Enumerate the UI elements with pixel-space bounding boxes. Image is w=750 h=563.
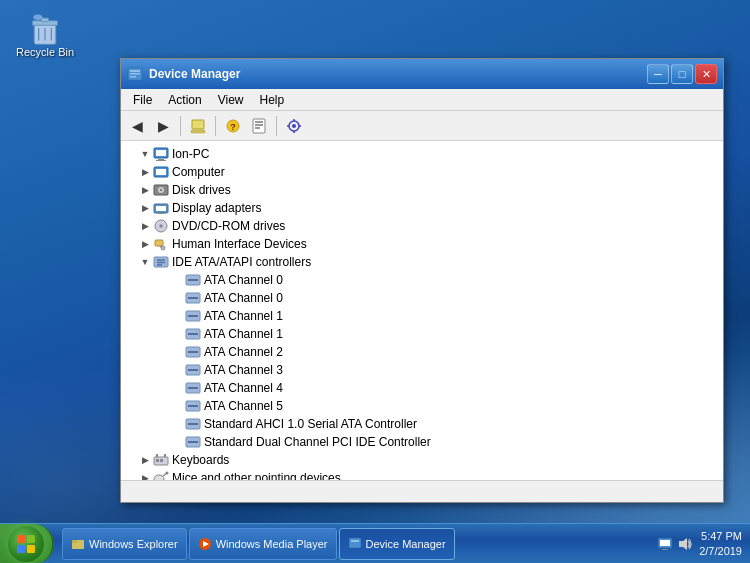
up-button[interactable] <box>186 114 210 138</box>
minimize-button[interactable]: ─ <box>647 64 669 84</box>
svg-rect-28 <box>156 160 166 161</box>
close-button[interactable]: ✕ <box>695 64 717 84</box>
tree-root-expander[interactable]: ▼ <box>137 146 153 162</box>
properties-button[interactable] <box>247 114 271 138</box>
taskbar-item-wmp-label: Windows Media Player <box>216 538 328 550</box>
list-item[interactable]: ▶ Computer <box>121 163 723 181</box>
list-item[interactable]: ATA Channel 2 <box>121 343 723 361</box>
menu-action[interactable]: Action <box>160 91 209 109</box>
svg-rect-15 <box>253 119 265 133</box>
recycle-bin-label: Recycle Bin <box>16 46 74 58</box>
toolbar: ◀ ▶ ? <box>121 111 723 141</box>
list-item[interactable]: Standard AHCI 1.0 Serial ATA Controller <box>121 415 723 433</box>
taskbar-item-explorer[interactable]: Windows Explorer <box>62 528 187 560</box>
svg-marker-94 <box>679 538 687 550</box>
menu-bar: File Action View Help <box>121 89 723 111</box>
tree-root[interactable]: ▼ Ion-PC <box>121 145 723 163</box>
scan-button[interactable] <box>282 114 306 138</box>
menu-file[interactable]: File <box>125 91 160 109</box>
svg-point-74 <box>166 472 169 475</box>
svg-rect-26 <box>156 150 166 156</box>
taskbar-item-devmgr[interactable]: Device Manager <box>339 528 455 560</box>
list-item[interactable]: ATA Channel 5 <box>121 397 723 415</box>
volume-icon[interactable] <box>677 536 693 552</box>
clock-date: 2/7/2019 <box>699 544 742 558</box>
start-orb <box>8 526 44 562</box>
title-bar-icon <box>127 66 143 82</box>
taskbar: Windows Explorer Windows Media Player De… <box>0 523 750 563</box>
svg-point-39 <box>160 225 162 227</box>
title-bar: Device Manager ─ □ ✕ <box>121 59 723 89</box>
forward-button[interactable]: ▶ <box>151 114 175 138</box>
svg-point-42 <box>161 246 165 250</box>
list-item[interactable]: ▶ Keyboards <box>121 451 723 469</box>
list-item[interactable]: ▼ IDE ATA/ATAPI controllers <box>121 253 723 271</box>
window-controls: ─ □ ✕ <box>647 64 717 84</box>
start-button[interactable] <box>0 524 54 564</box>
taskbar-item-devmgr-label: Device Manager <box>366 538 446 550</box>
list-item[interactable]: ▶ Disk drives <box>121 181 723 199</box>
list-item[interactable]: ▶ Mice and other pointing devices <box>121 469 723 480</box>
svg-rect-11 <box>192 120 204 129</box>
svg-rect-71 <box>160 459 163 462</box>
desktop: Recycle Bin Device Manager ─ □ ✕ File Ac… <box>0 0 750 563</box>
computer-icon <box>153 146 169 162</box>
toolbar-sep-3 <box>276 116 277 136</box>
maximize-button[interactable]: □ <box>671 64 693 84</box>
device-manager-window: Device Manager ─ □ ✕ File Action View He… <box>120 58 724 503</box>
svg-rect-36 <box>158 213 164 214</box>
svg-rect-40 <box>155 240 163 246</box>
taskbar-items: Windows Explorer Windows Media Player De… <box>58 524 649 563</box>
list-item[interactable]: Standard Dual Channel PCI IDE Controller <box>121 433 723 451</box>
tree-container[interactable]: ▼ Ion-PC ▶ <box>121 141 723 480</box>
svg-rect-90 <box>351 540 359 542</box>
svg-rect-84 <box>27 545 35 553</box>
toolbar-sep-2 <box>215 116 216 136</box>
svg-rect-8 <box>130 70 140 72</box>
svg-point-6 <box>33 15 42 20</box>
help-button[interactable]: ? <box>221 114 245 138</box>
list-item[interactable]: ATA Channel 1 <box>121 325 723 343</box>
list-item[interactable]: ▶ Display adapters <box>121 199 723 217</box>
tree-area: ▼ Ion-PC ▶ <box>121 141 723 480</box>
monitor-tray-icon[interactable] <box>657 536 673 552</box>
back-button[interactable]: ◀ <box>125 114 149 138</box>
clock[interactable]: 5:47 PM 2/7/2019 <box>699 529 742 558</box>
svg-rect-12 <box>191 130 205 133</box>
status-bar <box>121 480 723 502</box>
taskbar-item-explorer-label: Windows Explorer <box>89 538 178 550</box>
menu-help[interactable]: Help <box>252 91 293 109</box>
window-title: Device Manager <box>149 67 647 81</box>
clock-time: 5:47 PM <box>699 529 742 543</box>
svg-point-33 <box>160 189 162 191</box>
system-tray: 5:47 PM 2/7/2019 <box>649 524 750 563</box>
svg-text:?: ? <box>230 122 236 132</box>
tray-icons <box>657 536 693 552</box>
list-item[interactable]: ATA Channel 0 <box>121 289 723 307</box>
svg-rect-82 <box>27 535 35 543</box>
list-item[interactable]: ATA Channel 1 <box>121 307 723 325</box>
svg-rect-89 <box>349 538 361 548</box>
list-item[interactable]: ATA Channel 4 <box>121 379 723 397</box>
svg-rect-35 <box>156 206 166 211</box>
svg-rect-10 <box>130 76 136 78</box>
svg-rect-2 <box>41 18 48 22</box>
svg-rect-92 <box>660 540 670 546</box>
svg-rect-30 <box>156 169 166 175</box>
svg-point-20 <box>292 124 296 128</box>
svg-rect-81 <box>17 535 25 543</box>
menu-view[interactable]: View <box>210 91 252 109</box>
svg-rect-9 <box>130 73 140 75</box>
svg-rect-86 <box>72 540 77 543</box>
list-item[interactable]: ▶ DVD/CD-ROM drives <box>121 217 723 235</box>
svg-rect-70 <box>156 459 159 462</box>
taskbar-item-wmp[interactable]: Windows Media Player <box>189 528 337 560</box>
list-item[interactable]: ATA Channel 0 <box>121 271 723 289</box>
list-item[interactable]: ATA Channel 3 <box>121 361 723 379</box>
list-item[interactable]: ▶ Human Interface Devices <box>121 235 723 253</box>
toolbar-sep-1 <box>180 116 181 136</box>
tree-root-label: Ion-PC <box>172 147 209 161</box>
windows-logo <box>15 533 37 555</box>
svg-rect-83 <box>17 545 25 553</box>
recycle-bin-icon[interactable]: Recycle Bin <box>10 10 80 58</box>
